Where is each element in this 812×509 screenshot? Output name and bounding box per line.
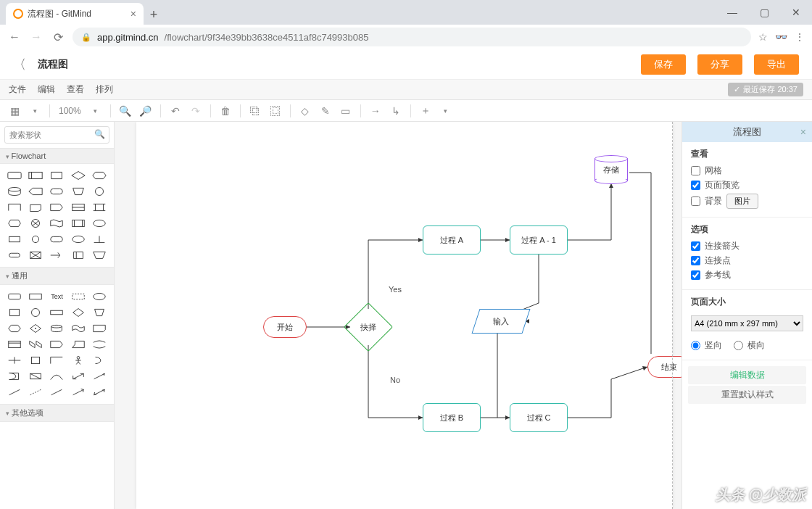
shape-thumb[interactable] [25,337,45,352]
extension-icon[interactable]: 👓 [775,31,787,43]
shape-thumb[interactable] [47,305,67,320]
shape-thumb[interactable] [90,305,109,320]
opt-connect-point[interactable]: 连接点 [691,255,803,267]
opt-background[interactable]: 背景 图片 [691,194,803,209]
node-proc-a1[interactable]: 过程 A - 1 [510,225,568,255]
shape-thumb[interactable] [90,184,109,199]
section-general[interactable]: 通用 [0,267,114,285]
shape-thumb[interactable] [4,321,24,336]
shape-thumb[interactable] [4,248,24,262]
close-tab-icon[interactable]: × [130,8,136,20]
page[interactable]: 开始 抉择 Yes No 过程 A 过程 A - 1 过程 B 过程 C 输入 … [136,122,673,509]
node-storage[interactable]: 存储 [594,155,628,184]
shape-thumb[interactable] [47,321,67,336]
shape-thumb[interactable] [47,168,67,183]
shape-thumb[interactable] [47,184,67,199]
plus-icon[interactable]: ＋ [417,102,434,120]
shape-thumb[interactable] [4,353,24,368]
node-proc-b[interactable]: 过程 B [423,403,481,432]
shape-thumb[interactable] [47,200,67,215]
opt-guide[interactable]: 参考线 [691,269,803,281]
shape-thumb[interactable] [68,168,88,183]
shape-thumb[interactable] [90,248,109,262]
shape-thumb[interactable] [4,337,24,352]
shape-thumb[interactable] [68,369,88,384]
shape-thumb[interactable] [90,369,109,384]
rect-icon[interactable]: ▭ [337,102,355,120]
browser-tab[interactable]: 流程图 - GitMind × [6,3,144,25]
orient-portrait[interactable]: 竖向 [691,339,722,352]
section-flowchart[interactable]: Flowchart [0,148,114,164]
shape-thumb[interactable] [4,168,24,183]
shape-thumb[interactable] [4,305,24,320]
shape-thumb[interactable] [25,248,45,262]
shape-thumb[interactable] [25,369,45,384]
shape-thumb[interactable] [90,216,109,231]
shape-thumb[interactable] [47,369,67,384]
close-icon[interactable]: × [800,126,806,138]
address-bar[interactable]: 🔒 app.gitmind.cn/flowchart/9f34e39bb3638… [72,28,751,46]
nav-forward-icon[interactable]: → [29,30,44,44]
shape-thumb[interactable] [4,184,24,199]
shape-thumb[interactable] [68,216,88,231]
export-button[interactable]: 导出 [754,54,799,75]
shape-thumb[interactable] [4,385,24,400]
shape-thumb[interactable] [68,248,88,262]
shape-thumb[interactable] [25,353,45,368]
shape-thumb[interactable] [4,216,24,231]
nav-back-icon[interactable]: ← [7,30,22,44]
shape-thumb[interactable] [25,385,45,400]
shape-thumb[interactable] [25,200,45,215]
shape-thumb[interactable]: Text [47,289,67,304]
shape-thumb[interactable] [68,305,88,320]
window-minimize[interactable]: — [716,0,748,25]
shape-thumb[interactable] [25,321,45,336]
arrow-icon[interactable]: → [367,102,384,120]
window-close[interactable]: ✕ [780,0,812,25]
shape-thumb[interactable] [68,184,88,199]
paste-icon[interactable]: ⿴ [267,102,284,120]
node-end[interactable]: 结束 [647,356,682,378]
shape-thumb[interactable] [4,289,24,304]
fill-icon[interactable]: ◇ [297,102,314,120]
menu-edit[interactable]: 编辑 [38,83,55,96]
node-input[interactable]: 输入 [476,309,526,334]
undo-icon[interactable]: ↶ [167,102,184,120]
pencil-icon[interactable]: ✎ [317,102,334,120]
node-proc-c[interactable]: 过程 C [510,403,568,432]
shape-thumb[interactable] [90,232,109,247]
share-button[interactable]: 分享 [697,54,742,75]
panel-tab[interactable]: 流程图 × [682,122,812,142]
canvas[interactable]: 开始 抉择 Yes No 过程 A 过程 A - 1 过程 B 过程 C 输入 … [115,122,682,509]
chevron-down-icon[interactable]: ▾ [26,102,44,120]
shape-thumb[interactable] [47,337,67,352]
shape-thumb[interactable] [68,353,88,368]
menu-icon[interactable]: ⋮ [795,31,805,43]
back-icon[interactable]: 〈 [13,56,26,73]
shape-thumb[interactable] [47,232,67,247]
shape-thumb[interactable] [90,168,109,183]
shape-thumb[interactable] [90,385,109,400]
shape-thumb[interactable] [68,232,88,247]
shape-thumb[interactable] [4,232,24,247]
shape-thumb[interactable] [90,289,109,304]
shape-thumb[interactable] [68,337,88,352]
shape-thumb[interactable] [90,337,109,352]
image-button[interactable]: 图片 [726,194,758,209]
menu-view[interactable]: 查看 [67,83,84,96]
shape-thumb[interactable] [47,248,67,262]
node-decision[interactable]: 抉择 [351,310,386,344]
redo-icon[interactable]: ↷ [187,102,204,120]
reset-style-button[interactable]: 重置默认样式 [688,386,806,404]
shape-thumb[interactable] [25,289,45,304]
shape-thumb[interactable] [47,353,67,368]
connector-icon[interactable]: ↳ [387,102,405,120]
window-maximize[interactable]: ▢ [748,0,780,25]
shape-thumb[interactable] [25,216,45,231]
shape-thumb[interactable] [4,200,24,215]
shape-thumb[interactable] [68,200,88,215]
star-icon[interactable]: ☆ [758,31,768,43]
shape-thumb[interactable] [25,184,45,199]
shape-thumb[interactable] [47,385,67,400]
delete-icon[interactable]: 🗑 [217,102,234,120]
